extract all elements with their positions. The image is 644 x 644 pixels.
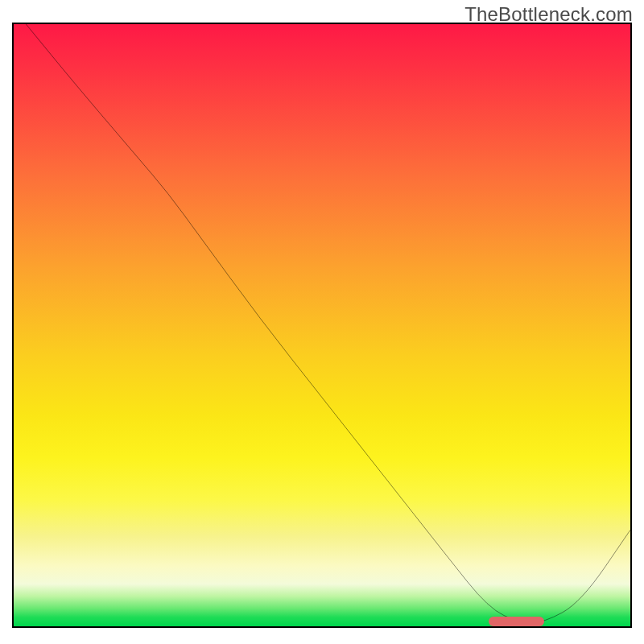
bottleneck-curve — [14, 24, 630, 626]
optimal-range-marker — [489, 617, 544, 626]
plot-area — [12, 23, 632, 628]
curve-path — [26, 24, 630, 623]
figure: TheBottleneck.com — [0, 0, 644, 644]
